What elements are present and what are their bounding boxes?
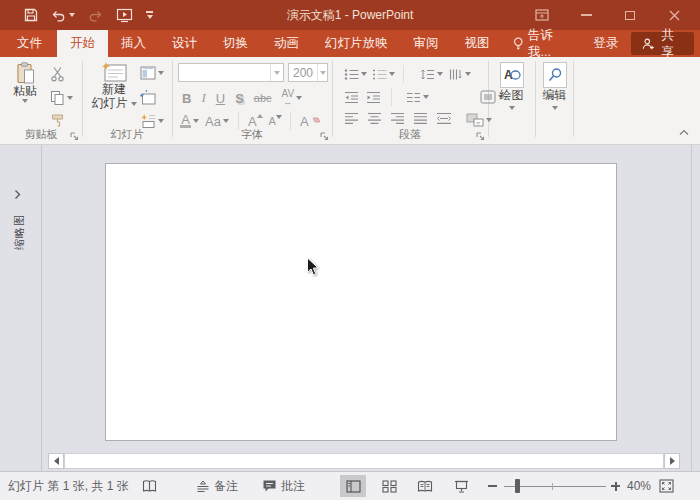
tab-animations[interactable]: 动画 xyxy=(261,30,312,57)
decrease-indent-button[interactable] xyxy=(344,91,359,104)
undo-button[interactable] xyxy=(51,9,75,22)
tab-view[interactable]: 视图 xyxy=(452,30,503,57)
shrink-arrow-icon xyxy=(276,115,282,119)
italic-button[interactable]: I xyxy=(201,90,205,106)
char-spacing-dropdown-icon xyxy=(296,96,302,100)
bullets-icon xyxy=(344,68,359,81)
columns-icon xyxy=(406,91,421,104)
hscroll-left-button[interactable] xyxy=(48,453,64,469)
copy-button[interactable] xyxy=(50,90,73,106)
save-button[interactable] xyxy=(24,8,38,22)
align-left-button[interactable] xyxy=(344,112,359,128)
text-direction-button[interactable] xyxy=(448,68,471,81)
mouse-cursor xyxy=(306,257,320,280)
group-editing: 编辑 xyxy=(535,57,573,144)
font-size-value: 200 xyxy=(289,66,317,80)
font-name-combo[interactable] xyxy=(178,63,284,82)
customize-qat-dropdown-icon xyxy=(147,15,153,19)
zoom-level[interactable]: 40% xyxy=(627,472,651,500)
line-spacing-button[interactable] xyxy=(420,68,443,81)
reset-icon xyxy=(140,90,156,105)
numbering-dropdown-icon xyxy=(389,72,395,76)
tab-insert[interactable]: 插入 xyxy=(108,30,159,57)
tab-slideshow[interactable]: 幻灯片放映 xyxy=(312,30,401,57)
numbering-button[interactable] xyxy=(372,68,395,81)
shrink-font-button[interactable]: A xyxy=(269,114,276,128)
paste-icon xyxy=(16,62,35,84)
tab-design[interactable]: 设计 xyxy=(159,30,210,57)
font-color-button[interactable]: A xyxy=(180,114,199,128)
strikethrough-button[interactable]: abc xyxy=(254,92,272,104)
columns-button[interactable] xyxy=(406,91,429,104)
zoom-in-button[interactable] xyxy=(611,472,620,500)
distribute-icon xyxy=(436,112,452,125)
underline-button[interactable]: U xyxy=(216,91,225,106)
new-slide-button[interactable]: 新建 幻灯片 xyxy=(90,62,138,110)
undo-dropdown-icon[interactable] xyxy=(69,13,75,17)
hscroll-right-button[interactable] xyxy=(664,453,680,469)
tab-transitions[interactable]: 切换 xyxy=(210,30,261,57)
tab-review[interactable]: 审阅 xyxy=(401,30,452,57)
tab-home[interactable]: 开始 xyxy=(57,30,108,57)
proofing-button[interactable] xyxy=(142,472,157,500)
thumbnails-pane-collapsed[interactable]: 缩略图 xyxy=(0,145,42,471)
align-right-button[interactable] xyxy=(390,112,405,128)
group-slides: 新建 幻灯片 xyxy=(82,57,172,144)
section-button[interactable] xyxy=(140,113,164,128)
redo-button[interactable] xyxy=(88,9,103,22)
line-spacing-dropdown-icon xyxy=(437,72,443,76)
sign-in-button[interactable]: 登录 xyxy=(580,30,631,57)
share-label: 共享 xyxy=(661,27,683,61)
font-group-label: 字体 xyxy=(172,127,332,142)
notes-toggle[interactable]: 备注 xyxy=(196,472,238,500)
layout-button[interactable] xyxy=(140,66,164,80)
start-slideshow-button[interactable] xyxy=(116,8,133,23)
tell-me-box[interactable]: 告诉我... xyxy=(503,30,581,57)
font-dialog-launcher[interactable] xyxy=(318,130,329,141)
fit-slide-to-window-button[interactable] xyxy=(659,472,674,500)
minimize-button[interactable] xyxy=(564,0,608,30)
paste-button[interactable]: 粘贴 xyxy=(8,62,42,103)
collapse-ribbon-button[interactable] xyxy=(678,126,690,140)
close-button[interactable] xyxy=(652,0,696,30)
hscroll-track[interactable] xyxy=(64,453,664,469)
char-spacing-arrow: ↔ xyxy=(283,98,292,106)
align-center-button[interactable] xyxy=(367,112,382,128)
reset-slide-button[interactable] xyxy=(140,90,156,105)
bullets-button[interactable] xyxy=(344,68,367,81)
char-spacing-button[interactable]: AV ↔ xyxy=(282,90,303,106)
bold-button[interactable]: B xyxy=(182,91,191,106)
paragraph-dialog-launcher[interactable] xyxy=(474,130,485,141)
clipboard-dialog-launcher[interactable] xyxy=(68,130,79,141)
maximize-button[interactable] xyxy=(608,0,652,30)
zoom-out-button[interactable] xyxy=(488,472,497,500)
increase-indent-button[interactable] xyxy=(366,91,381,104)
normal-view-button[interactable] xyxy=(340,475,366,497)
justify-button[interactable] xyxy=(413,112,428,128)
text-shadow-button[interactable]: S xyxy=(235,91,244,106)
cut-button[interactable] xyxy=(50,66,65,82)
zoom-slider-thumb[interactable] xyxy=(515,479,520,493)
slide-canvas[interactable] xyxy=(105,163,617,441)
chevron-up-icon xyxy=(678,128,690,137)
reading-view-button[interactable] xyxy=(412,475,438,497)
tab-file[interactable]: 文件 xyxy=(2,30,57,57)
small-separator xyxy=(391,88,392,106)
distribute-button[interactable] xyxy=(436,112,452,128)
slide-counter[interactable]: 幻灯片 第 1 张, 共 1 张 xyxy=(8,472,129,500)
slideshow-view-button[interactable] xyxy=(448,475,474,497)
text-direction-dropdown-icon xyxy=(465,72,471,76)
share-button[interactable]: 共享 xyxy=(631,32,694,55)
bullets-dropdown-icon xyxy=(361,72,367,76)
ribbon-display-options-icon xyxy=(535,9,549,21)
editing-button[interactable]: 编辑 xyxy=(542,62,567,110)
format-painter-button[interactable] xyxy=(50,113,65,128)
slide-sorter-view-button[interactable] xyxy=(376,475,402,497)
ribbon-display-options-button[interactable] xyxy=(520,0,564,30)
drawing-button[interactable]: A 绘图 xyxy=(499,62,524,110)
font-size-combo[interactable]: 200 xyxy=(288,63,328,82)
comments-toggle[interactable]: 批注 xyxy=(262,472,305,500)
font-color-letter: A xyxy=(181,114,190,125)
group-paragraph: 段落 xyxy=(332,57,488,144)
customize-qat-button[interactable] xyxy=(146,11,153,18)
